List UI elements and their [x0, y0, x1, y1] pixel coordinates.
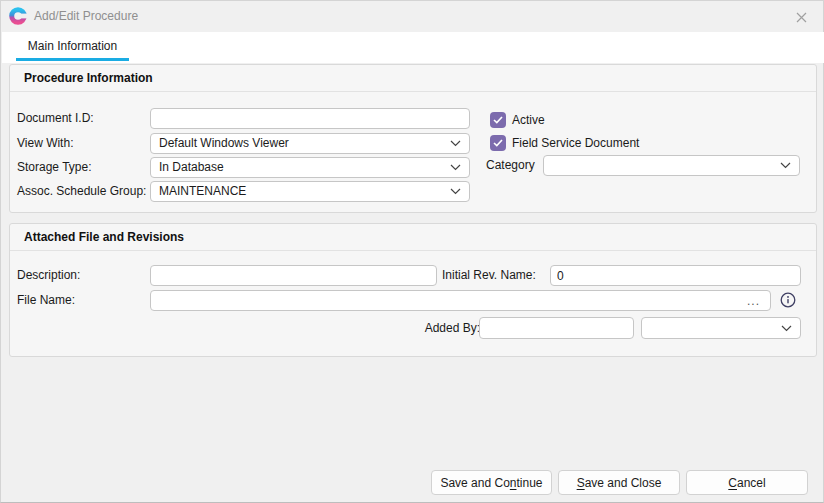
storage-type-value: In Database: [159, 158, 444, 177]
title-bar: Add/Edit Procedure: [1, 1, 823, 32]
browse-file-button[interactable]: ...: [745, 296, 762, 306]
field-service-document-label: Field Service Document: [512, 135, 639, 151]
attached-file-revisions-header: Attached File and Revisions: [10, 224, 816, 251]
storage-type-dropdown[interactable]: In Database: [150, 157, 470, 178]
check-icon: [493, 139, 503, 147]
check-icon: [493, 116, 503, 124]
added-by-dropdown[interactable]: [641, 317, 801, 339]
description-label: Description:: [17, 265, 80, 286]
active-label: Active: [512, 112, 545, 128]
added-by-label: Added By:: [390, 318, 480, 339]
chevron-down-icon: [780, 162, 791, 169]
button-text: Save and Co: [440, 476, 509, 490]
storage-type-label: Storage Type:: [17, 157, 92, 178]
tab-strip: Main Information: [2, 32, 824, 63]
window-title: Add/Edit Procedure: [34, 1, 138, 31]
chevron-down-icon: [450, 140, 461, 147]
chevron-down-icon: [450, 188, 461, 195]
attached-file-revisions-group: Attached File and Revisions Description:…: [9, 223, 817, 357]
procedure-information-group: Procedure Information Document I.D: View…: [9, 64, 817, 213]
document-id-input[interactable]: [150, 108, 470, 129]
initial-rev-name-input[interactable]: [550, 265, 801, 286]
tab-label: Main Information: [16, 32, 129, 60]
assoc-schedule-group-value: MAINTENANCE: [159, 182, 444, 201]
save-and-continue-button[interactable]: Save and Continue: [431, 470, 552, 495]
view-with-dropdown[interactable]: Default Windows Viewer: [150, 133, 470, 154]
assoc-schedule-group-dropdown[interactable]: MAINTENANCE: [150, 181, 470, 202]
category-dropdown[interactable]: [543, 155, 800, 176]
close-icon[interactable]: [789, 5, 813, 29]
tab-active-underline: [16, 58, 129, 61]
field-service-document-checkbox[interactable]: [490, 135, 506, 151]
assoc-schedule-group-label: Assoc. Schedule Group:: [17, 181, 146, 202]
document-id-label: Document I.D:: [17, 108, 94, 129]
file-name-label: File Name:: [17, 290, 75, 311]
button-mnemonic: S: [577, 476, 585, 490]
procedure-information-header: Procedure Information: [10, 65, 816, 92]
description-input[interactable]: [150, 265, 437, 286]
file-name-input[interactable]: ...: [150, 290, 771, 311]
button-text: ave and Close: [585, 476, 662, 490]
view-with-value: Default Windows Viewer: [159, 134, 444, 153]
add-edit-procedure-dialog: Add/Edit Procedure Main Information Proc…: [0, 0, 824, 503]
initial-rev-name-label: Initial Rev. Name:: [442, 265, 536, 286]
cancel-button[interactable]: Cancel: [686, 470, 808, 495]
view-with-label: View With:: [17, 133, 73, 154]
category-label: Category: [486, 155, 535, 176]
button-mnemonic: C: [728, 476, 737, 490]
active-checkbox[interactable]: [490, 112, 506, 128]
info-icon[interactable]: [780, 292, 796, 311]
tab-main-information[interactable]: Main Information: [16, 32, 129, 63]
added-by-input[interactable]: [479, 317, 634, 339]
app-logo-icon: [9, 7, 27, 25]
button-text: ancel: [737, 476, 766, 490]
button-mnemonic: n: [510, 476, 517, 490]
save-and-close-button[interactable]: Save and Close: [558, 470, 680, 495]
button-text: tinue: [517, 476, 543, 490]
chevron-down-icon: [781, 325, 792, 332]
chevron-down-icon: [450, 164, 461, 171]
